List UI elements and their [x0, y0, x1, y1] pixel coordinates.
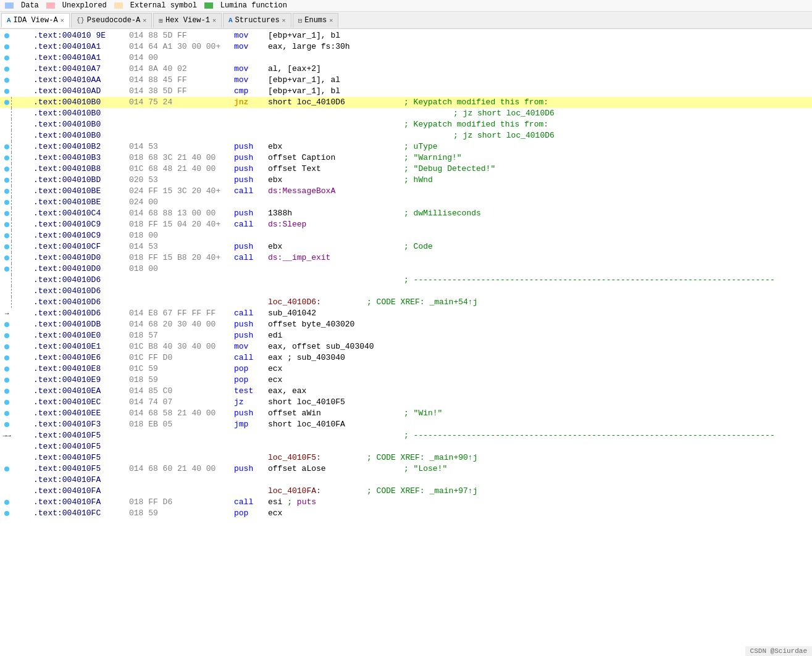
line-marker: →	[2, 308, 11, 319]
code-view[interactable]: .text:004010 9E014 88 5D FFmov[ebp+var_1…	[0, 29, 812, 650]
code-line[interactable]: .text:004010CF014 53pushebx; Code	[0, 241, 812, 252]
code-bytes: 018 FF 15 B8 20 40+	[129, 252, 234, 264]
code-line[interactable]: .text:004010E0018 57pushedi	[0, 330, 812, 341]
legend-bar: Data Unexplored External symbol Lumina f…	[0, 0, 812, 12]
code-mnemonic: push	[234, 319, 268, 330]
flow-gutter	[11, 186, 33, 197]
code-mnemonic: push	[234, 164, 268, 175]
code-operands: ecx	[268, 375, 404, 386]
code-addr: .text:004010EE	[33, 408, 129, 419]
code-line[interactable]: .text:004010BE024 00	[0, 197, 812, 208]
code-addr: .text:004010DB	[33, 319, 129, 330]
legend-external-color	[114, 2, 123, 9]
code-line[interactable]: .text:004010FAloc_4010FA:; CODE XREF: _m…	[0, 486, 812, 497]
tab-enums-close[interactable]: ✕	[329, 17, 333, 24]
code-comment: ; hWnd	[404, 175, 433, 186]
code-line[interactable]: .text:004010B0; Keypatch modified this f…	[0, 119, 812, 130]
code-line[interactable]: .text:004010B0; jz short loc_4010D6	[0, 130, 812, 141]
code-line[interactable]: →→.text:004010F5; ----------------------…	[0, 430, 812, 441]
code-line[interactable]: .text:004010B2014 53pushebx; uType	[0, 141, 812, 152]
code-mnemonic: push	[234, 141, 268, 152]
code-addr: .text:004010D0	[33, 252, 129, 264]
line-marker	[2, 400, 11, 405]
tab-pseudocode[interactable]: {} Pseudocode-A ✕	[71, 13, 153, 28]
code-bytes: 018 00	[129, 230, 234, 241]
code-operands: 1388h	[268, 208, 404, 219]
tab-struct-label: Structures	[235, 16, 280, 25]
code-line[interactable]: .text:004010E9018 59popecx	[0, 375, 812, 386]
code-line[interactable]: .text:004010F5loc_4010F5:; CODE XREF: _m…	[0, 452, 812, 463]
code-mnemonic: cmp	[234, 86, 268, 97]
line-marker	[2, 189, 11, 194]
code-line[interactable]: .text:004010BE024 FF 15 3C 20 40+callds:…	[0, 186, 812, 197]
code-operands: short loc_4010F5	[268, 397, 404, 408]
code-line[interactable]: .text:004010EA014 85 C0testeax, eax	[0, 386, 812, 397]
code-line[interactable]: .text:004010B0; jz short loc_4010D6	[0, 108, 812, 119]
code-line[interactable]: .text:004010EE014 68 58 21 40 00pushoffs…	[0, 408, 812, 419]
code-line[interactable]: .text:004010A1014 64 A1 30 00 00+moveax,…	[0, 41, 812, 52]
code-line[interactable]: .text:004010F5014 68 60 21 40 00pushoffs…	[0, 463, 812, 475]
code-line[interactable]: →.text:004010D6014 E8 67 FF FF FFcallsub…	[0, 308, 812, 319]
code-line[interactable]: .text:004010A7014 8A 40 02moval, [eax+2]	[0, 64, 812, 75]
code-line[interactable]: .text:004010B0014 75 24jnzshort loc_4010…	[0, 97, 812, 108]
code-bytes: 014 88 45 FF	[129, 75, 234, 86]
tab-ida-view[interactable]: A IDA View-A ✕	[1, 13, 70, 28]
code-bytes: 014 64 A1 30 00 00+	[129, 41, 234, 52]
tab-pseudo-close[interactable]: ✕	[143, 17, 146, 24]
code-operands: ds:MessageBoxA	[268, 186, 404, 197]
code-addr: .text:004010BE	[33, 186, 129, 197]
code-line[interactable]: .text:004010E601C FF D0calleax ; sub_403…	[0, 352, 812, 363]
code-mnemonic: push	[234, 463, 268, 475]
code-line[interactable]: .text:004010B801C 68 48 21 40 00pushoffs…	[0, 164, 812, 175]
code-line[interactable]: .text:004010D0018 FF 15 B8 20 40+callds:…	[0, 252, 812, 264]
tab-hex-close[interactable]: ✕	[212, 17, 216, 24]
code-operands: offset aLose	[268, 463, 404, 475]
code-line[interactable]: .text:004010D6	[0, 286, 812, 297]
code-line[interactable]: .text:004010FC018 59popecx	[0, 508, 812, 519]
code-addr: .text:004010F5	[33, 441, 129, 452]
code-line[interactable]: .text:004010D6; ------------------------…	[0, 275, 812, 286]
legend-data-color	[5, 2, 14, 9]
code-line[interactable]: .text:004010B3018 68 3C 21 40 00pushoffs…	[0, 152, 812, 164]
tab-enums[interactable]: ⊟ Enums ✕	[293, 13, 339, 28]
code-line[interactable]: .text:004010 9E014 88 5D FFmov[ebp+var_1…	[0, 30, 812, 41]
code-line[interactable]: .text:004010C9018 FF 15 04 20 40+callds:…	[0, 219, 812, 230]
code-line[interactable]: .text:004010E801C 59popecx	[0, 363, 812, 375]
code-line[interactable]: .text:004010D0018 00	[0, 264, 812, 275]
code-line[interactable]: .text:004010FA	[0, 475, 812, 486]
line-marker	[2, 33, 11, 38]
flow-gutter	[11, 264, 33, 275]
code-line[interactable]: .text:004010DB014 68 20 30 40 00pushoffs…	[0, 319, 812, 330]
line-marker	[2, 233, 11, 238]
code-operands: ecx	[268, 363, 404, 375]
code-addr: .text:004010FA	[33, 497, 129, 508]
code-line[interactable]: .text:004010C4014 68 88 13 00 00push1388…	[0, 208, 812, 219]
code-line[interactable]: .text:004010D6loc_4010D6:; CODE XREF: _m…	[0, 297, 812, 308]
code-addr: .text:004010E0	[33, 330, 129, 341]
code-addr: .text:004010D6	[33, 297, 129, 308]
code-line[interactable]: .text:004010F5	[0, 441, 812, 452]
code-line[interactable]: .text:004010C9018 00	[0, 230, 812, 241]
flow-gutter	[11, 275, 33, 286]
tab-ida-close[interactable]: ✕	[61, 17, 64, 24]
code-line[interactable]: .text:004010E101C B8 40 30 40 00moveax, …	[0, 341, 812, 352]
code-line[interactable]: .text:004010FA018 FF D6callesi ; puts	[0, 497, 812, 508]
tab-hex-view[interactable]: ⊞ Hex View-1 ✕	[153, 13, 222, 28]
code-line[interactable]: .text:004010AA014 88 45 FFmov[ebp+var_1]…	[0, 75, 812, 86]
flow-gutter	[11, 175, 33, 186]
flow-gutter	[11, 130, 33, 141]
code-addr: .text:004010B2	[33, 141, 129, 152]
code-line[interactable]: .text:004010EC014 74 07jzshort loc_4010F…	[0, 397, 812, 408]
code-line[interactable]: .text:004010F3018 EB 05jmpshort loc_4010…	[0, 419, 812, 430]
code-operands: short loc_4010D6	[268, 97, 404, 108]
code-line[interactable]: .text:004010BD020 53pushebx; hWnd	[0, 175, 812, 186]
tab-structures[interactable]: A Structures ✕	[223, 13, 291, 28]
code-mnemonic: mov	[234, 30, 268, 41]
tab-struct-close[interactable]: ✕	[282, 17, 286, 24]
line-marker	[2, 89, 11, 94]
code-line[interactable]: .text:004010AD014 38 5D FFcmp[ebp+var_1]…	[0, 86, 812, 97]
code-addr: .text:004010D6	[33, 308, 129, 319]
code-line[interactable]: .text:004010A1014 00	[0, 52, 812, 64]
code-mnemonic: pop	[234, 375, 268, 386]
code-addr: .text:004010BD	[33, 175, 129, 186]
